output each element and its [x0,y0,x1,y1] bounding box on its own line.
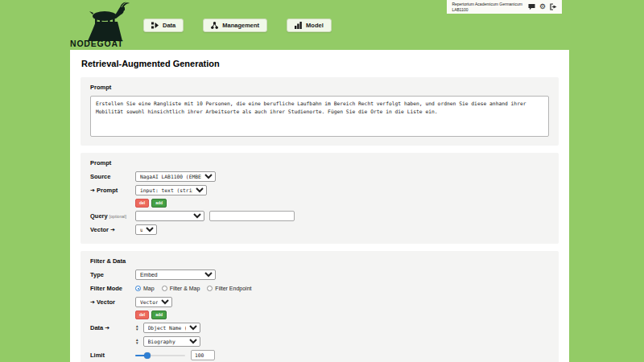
source-select[interactable]: NagaAI LAB1100 (EMBED) [135,171,216,182]
prompt-mapping-select[interactable]: input: text (strip-object) [135,185,207,195]
query-row: Query [optional] [90,211,549,221]
source-row: Source NagaAI LAB1100 (EMBED) [90,171,549,182]
arrow-right-icon: ➔ [90,187,95,193]
nav-data-button[interactable]: Data [143,19,184,32]
account-info: Repertorium Academicum Germanicum LAB110… [452,2,522,13]
comment-icon[interactable] [528,3,535,10]
account-bar: Repertorium Academicum Germanicum LAB110… [447,0,562,14]
content-panel: Retrieval-Augmented Generation Prompt Er… [70,50,569,362]
vector-out-label: Vector ➔ [90,226,135,233]
nav-model-label: Model [306,22,324,29]
source-label: Source [90,173,135,180]
nav-model-button[interactable]: Model [287,19,332,32]
filter-section-title: Filter & Data [90,257,549,265]
prompt-field-row: ➔ Prompt input: text (strip-object) [90,185,549,195]
arrow-right-icon: ➔ [90,299,95,305]
logo-wordmark: NODEGOAT [70,39,134,48]
radio-filter-endpoint-label: Filter Endpoint [215,286,251,291]
share-nodes-icon [211,22,218,29]
nav-data-label: Data [163,22,175,29]
vector-in-select[interactable]: Vector [135,297,172,307]
add-button[interactable]: add [151,199,167,208]
radio-filter-map[interactable]: Filter & Map [162,286,200,291]
type-select[interactable]: Embed [135,269,216,280]
radio-map[interactable]: Map [135,286,155,291]
filter-mode-row: Filter Mode Map Filter & Map Filter Endp… [90,283,549,294]
data-select-2[interactable]: Biography [143,336,200,347]
bar-chart-icon [295,22,302,29]
account-name: LAB1100 [452,7,522,13]
query-label: Query [optional] [90,212,135,220]
radio-filter-map-label: Filter & Map [170,286,200,291]
nav-management-button[interactable]: Management [203,19,267,32]
limit-input[interactable] [191,350,215,360]
filter-del-add-row: del add [135,311,549,319]
type-label: Type [90,271,135,278]
del-button[interactable]: del [135,311,149,319]
vector-in-row: ➔ Vector Vector [90,297,549,307]
filter-mode-options: Map Filter & Map Filter Endpoint [135,286,252,291]
vector-out-row: Vector ➔ uri [90,224,549,235]
data-row-1: Data ➔ ▲▼ Object Name (Full) [90,323,549,333]
drag-sort-icon[interactable]: ▲▼ [135,339,139,345]
arrow-right-icon: ➔ [110,227,115,232]
filter-data-section: Filter & Data Type Embed Filter Mode Map… [80,251,559,362]
limit-row: Limit [90,350,549,360]
drag-sort-icon[interactable]: ▲▼ [135,325,139,331]
data-out-label: Data ➔ [90,324,135,331]
add-button[interactable]: add [151,311,167,319]
prompt-config-section: Prompt Source NagaAI LAB1100 (EMBED) ➔ P… [80,153,559,244]
nodegoat-logo[interactable]: NODEGOAT [70,1,134,48]
slider-thumb[interactable] [144,352,151,359]
data-row-2: ▲▼ Biography [90,336,549,347]
nav-management-label: Management [222,22,259,29]
data-flow-icon [151,22,159,29]
prompt-textarea[interactable]: Erstellen Sie eine Rangliste mit 10 Pers… [90,96,549,137]
gear-icon[interactable]: ⚙ [539,3,546,10]
goat-logo-icon [78,1,136,41]
query-select[interactable] [135,211,204,221]
prompt-input-section: Prompt Erstellen Sie eine Rangliste mit … [80,77,559,146]
prompt-box-label: Prompt [90,84,549,91]
type-row: Type Embed [90,269,549,280]
radio-map-label: Map [143,286,155,291]
limit-slider[interactable] [135,350,185,360]
project-name: Repertorium Academicum Germanicum [452,2,522,7]
data-select-1[interactable]: Object Name (Full) [143,323,200,333]
filter-mode-label: Filter Mode [90,285,135,292]
prompt-field-label: ➔ Prompt [90,187,135,194]
vector-out-select[interactable]: uri [135,224,157,235]
query-input[interactable] [209,211,295,221]
radio-filter-endpoint-circle[interactable] [207,286,213,291]
radio-filter-endpoint[interactable]: Filter Endpoint [207,286,251,291]
vector-in-label: ➔ Vector [90,298,135,306]
radio-filter-map-circle[interactable] [162,286,167,291]
radio-map-circle[interactable] [135,286,141,291]
prompt-section-title: Prompt [90,159,549,167]
main-nav: Data Management Model [143,19,332,32]
page-title: Retrieval-Augmented Generation [81,59,559,68]
prompt-del-add-row: del add [135,199,549,208]
limit-label: Limit [90,352,135,359]
sign-out-icon[interactable] [550,3,557,10]
optional-hint: [optional] [109,214,126,219]
del-button[interactable]: del [135,199,149,208]
arrow-right-icon: ➔ [105,325,109,331]
